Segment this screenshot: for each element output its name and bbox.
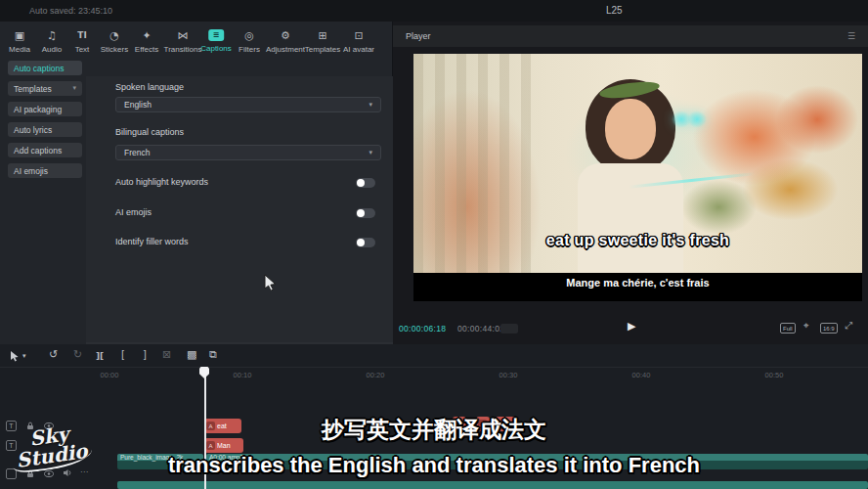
toggle-knob: [357, 179, 365, 187]
video-figure-art: [578, 163, 683, 273]
toggle-knob: [357, 209, 365, 217]
tool-label: Captions: [200, 44, 232, 53]
sidebar-item-auto-captions[interactable]: Auto captions: [8, 61, 82, 75]
delete-clip-icon[interactable]: ⊠: [162, 349, 171, 360]
bilingual-captions-label: Bilingual captions: [115, 127, 184, 137]
select-tool-icon[interactable]: [10, 350, 20, 363]
sidebar-item-label: Auto captions: [14, 64, 65, 73]
media-icon: ▣: [15, 29, 24, 42]
mouse-cursor: [264, 274, 278, 293]
burned-subtitle-english: transcribes the English and translates i…: [0, 453, 868, 478]
left-panel: ▣ Media ♫ Audio TI Text ◔ Stickers ✦ Eff…: [0, 22, 393, 344]
filler-words-toggle[interactable]: [356, 238, 375, 247]
ruler-label: 00:20: [367, 371, 385, 379]
tool-stickers[interactable]: ◔ Stickers: [101, 29, 128, 54]
chevron-down-icon: ▾: [369, 150, 372, 156]
video-caption-french: Mange ma chérie, c'est frais: [413, 277, 862, 289]
spoken-language-select[interactable]: English ▾: [115, 97, 381, 112]
trim-left-icon[interactable]: [: [121, 349, 125, 360]
tool-transitions[interactable]: ⋈ Transitions: [164, 29, 202, 54]
tool-filters[interactable]: ◎ Filters: [239, 29, 260, 54]
ruler-label: 00:10: [234, 371, 252, 379]
butterfly-art: [670, 105, 709, 134]
adjustment-icon: ⚙: [281, 29, 290, 42]
tool-label: AI avatar: [343, 45, 374, 54]
total-duration: 00:00:44:02: [457, 324, 504, 333]
tool-effects[interactable]: ✦ Effects: [135, 29, 158, 54]
spoken-language-label: Spoken language: [115, 82, 184, 92]
audio-track-clip[interactable]: [117, 481, 868, 489]
sidebar-item-label: AI packaging: [14, 105, 62, 114]
tool-label: Text: [75, 45, 90, 54]
chevron-down-icon: ▾: [369, 102, 372, 109]
bilingual-language-value: French: [124, 148, 150, 157]
tool-label: Adjustment: [266, 45, 305, 54]
sidebar-item-label: Add captions: [14, 146, 62, 156]
video-preview[interactable]: eat up sweetie it's fresh Mange ma chéri…: [413, 54, 862, 301]
top-bar: Auto saved: 23:45:10 L25: [0, 0, 868, 22]
ratio-badge[interactable]: 16:9: [820, 323, 838, 333]
filters-icon: ◎: [244, 29, 254, 42]
tool-media[interactable]: ▣ Media: [9, 29, 30, 54]
mask-icon[interactable]: ▩: [187, 349, 196, 360]
video-figure-art: [605, 99, 656, 159]
tool-label: Stickers: [101, 45, 128, 54]
captions-form: Spoken language English ▾ Bilingual capt…: [86, 76, 393, 342]
tool-captions[interactable]: ≡ Captions: [200, 29, 232, 53]
sidebar-item-label: Auto lyrics: [14, 125, 52, 135]
sidebar-item-ai-emojis[interactable]: AI emojis: [8, 163, 82, 178]
captions-icon: ≡: [208, 29, 224, 41]
sidebar-item-ai-packaging[interactable]: AI packaging: [8, 102, 82, 116]
ai-avatar-icon: ⊡: [354, 29, 363, 42]
sidebar-item-label: Templates: [14, 84, 52, 94]
stickers-icon: ◔: [109, 29, 119, 42]
player-title: Player: [406, 31, 431, 41]
crop-icon[interactable]: ⧉: [209, 349, 217, 360]
filler-words-label: Identify filler words: [115, 237, 189, 246]
bilingual-language-select[interactable]: French ▾: [115, 145, 381, 160]
current-time: 00:00:06:18: [399, 324, 446, 333]
quality-badge[interactable]: Full: [780, 323, 796, 333]
trim-right-icon[interactable]: ]: [143, 349, 147, 360]
sidebar-item-templates[interactable]: Templates ▾: [8, 81, 82, 96]
autosave-status: Auto saved: 23:45:10: [29, 6, 112, 16]
tool-label: Audio: [42, 45, 62, 54]
ruler-label: 00:40: [632, 371, 651, 379]
play-button[interactable]: ▶: [628, 321, 635, 332]
timeline-ruler[interactable]: [98, 368, 868, 381]
sidebar-item-auto-lyrics[interactable]: Auto lyrics: [8, 122, 82, 137]
tool-label: Filters: [239, 45, 260, 54]
tool-adjustment[interactable]: ⚙ Adjustment: [266, 29, 305, 54]
player-controls: 00:00:06:18 00:00:44:02 ▶ Full ⌖ 16:9 ⤢: [393, 317, 868, 340]
tool-label: Templates: [305, 45, 340, 54]
redo-icon[interactable]: ↻: [73, 349, 82, 360]
tool-label: Transitions: [164, 45, 202, 54]
audio-icon: ♫: [47, 29, 57, 42]
sidebar-item-label: AI emojis: [14, 166, 48, 176]
ruler-label: 00:00: [101, 371, 119, 379]
player-header: Player ☰: [393, 25, 868, 47]
player-menu-icon[interactable]: ☰: [847, 32, 855, 41]
templates-icon: ⊞: [318, 29, 326, 42]
tool-label: Effects: [135, 45, 158, 54]
window-title: L25: [606, 5, 623, 16]
dim-indicator: [500, 324, 518, 333]
ruler-label: 00:30: [499, 371, 518, 379]
tool-templates[interactable]: ⊞ Templates: [305, 29, 340, 54]
focus-icon[interactable]: ⌖: [803, 321, 809, 331]
select-tool-chevron-icon[interactable]: ▾: [22, 353, 26, 360]
tool-text[interactable]: TI Text: [75, 29, 90, 54]
effects-icon: ✦: [142, 29, 151, 42]
split-icon[interactable]: ][: [96, 351, 104, 361]
auto-highlight-toggle[interactable]: [356, 178, 375, 188]
chevron-down-icon: ▾: [72, 85, 76, 92]
tool-label: Media: [9, 45, 30, 54]
tool-ai-avatar[interactable]: ⊡ AI avatar: [343, 29, 374, 54]
ai-emojis-toggle[interactable]: [356, 208, 375, 218]
fullscreen-icon[interactable]: ⤢: [845, 321, 852, 331]
burned-subtitle-chinese: 抄写英文并翻译成法文: [0, 415, 868, 445]
sidebar-item-add-captions[interactable]: Add captions: [8, 143, 82, 157]
tool-audio[interactable]: ♫ Audio: [42, 29, 62, 54]
undo-icon[interactable]: ↺: [49, 349, 58, 360]
transitions-icon: ⋈: [177, 29, 188, 42]
